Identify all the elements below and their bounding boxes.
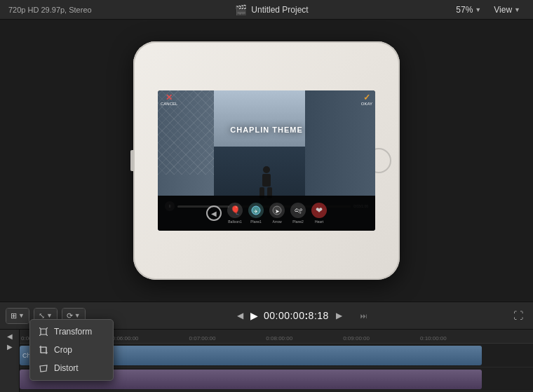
- fullscreen-button[interactable]: ⛶: [509, 307, 527, 324]
- svg-line-7: [46, 334, 48, 336]
- cancel-x-icon: ✕: [166, 93, 173, 102]
- plane1-label: Plane1: [250, 219, 262, 224]
- svg-line-5: [39, 327, 41, 329]
- figure-body: [262, 174, 271, 187]
- back-arrow-icon: ◀: [211, 210, 217, 217]
- timecode-display: 00:00:00:8:18: [264, 310, 329, 321]
- video-title: CHAPLIN THEME: [230, 126, 302, 134]
- top-bar: 720p HD 29.97p, Stereo 🎬 Untitled Projec…: [0, 0, 533, 20]
- balloon1-icon: 🎈: [227, 203, 243, 218]
- ruler-mark-2: 0:07:00:00: [189, 335, 216, 342]
- phone-side-button: [130, 150, 133, 171]
- distort-label: Distort: [54, 363, 79, 373]
- phone-screen: ✕ CANCEL ✓ OKAY CHAPLIN THEME ⏸: [158, 90, 375, 231]
- sticker-plane1[interactable]: ✈ Plane1: [248, 203, 264, 224]
- heart-label: Heart: [315, 219, 323, 224]
- resolution-label: 720p HD 29.97p, Stereo: [8, 6, 92, 14]
- cancel-label: CANCEL: [161, 102, 177, 106]
- plane2-icon: 🛩: [290, 203, 306, 218]
- view-chevron-icon: ▼: [514, 6, 520, 13]
- clip-appearance-button[interactable]: ⊞ ▼: [6, 309, 29, 323]
- okay-button[interactable]: ✓ OKAY: [361, 93, 372, 106]
- timeline-left-panel: ◀ ▶: [0, 330, 20, 392]
- nav-left-button[interactable]: ◀: [236, 309, 245, 322]
- clip-chevron-icon: ▼: [18, 312, 25, 319]
- phone-body: ✕ CANCEL ✓ OKAY CHAPLIN THEME ⏸: [133, 41, 400, 280]
- transform-dropdown-menu: Transform Crop Distort: [29, 319, 114, 381]
- svg-marker-10: [40, 365, 47, 372]
- crop-icon: [39, 345, 48, 355]
- plane2-label: Plane2: [292, 219, 304, 224]
- project-title-area: 🎬 Untitled Project: [235, 4, 308, 15]
- tl-nav-right-icon[interactable]: ▶: [7, 343, 13, 351]
- sticker-balloon1[interactable]: 🎈 Balloon1: [227, 203, 243, 224]
- view-button[interactable]: View ▼: [490, 4, 525, 16]
- distort-icon: [39, 363, 48, 373]
- sticker-row: ◀ 🎈 Balloon1 ✈ Plane1: [158, 196, 375, 231]
- transform-chevron-icon: ▼: [46, 312, 53, 319]
- figure-head: [263, 166, 270, 173]
- sticker-back-button[interactable]: ◀: [206, 205, 222, 221]
- nav-right-button[interactable]: ▶: [335, 309, 344, 322]
- transform-icon: [39, 327, 48, 337]
- ruler-mark-1: 0:06:00:00: [112, 335, 139, 342]
- zoom-chevron-icon: ▼: [475, 6, 481, 13]
- screen-content: ✕ CANCEL ✓ OKAY CHAPLIN THEME ⏸: [158, 90, 375, 231]
- transform-label: Transform: [54, 327, 92, 337]
- clip-tools-group: ⊞ ▼: [6, 308, 29, 324]
- cancel-button[interactable]: ✕ CANCEL: [161, 93, 177, 106]
- arrow-label: Arrow: [272, 219, 281, 224]
- timecode-left: 00:00:00: [264, 310, 305, 321]
- dropdown-item-distort[interactable]: Distort: [30, 359, 113, 377]
- svg-text:➤: ➤: [275, 208, 280, 215]
- tl-nav-left-icon[interactable]: ◀: [7, 332, 13, 340]
- phone-mockup: ✕ CANCEL ✓ OKAY CHAPLIN THEME ⏸: [133, 41, 400, 280]
- zoom-value: 57%: [456, 5, 473, 15]
- film-icon: 🎬: [235, 4, 247, 15]
- dropdown-item-crop[interactable]: Crop: [30, 341, 113, 359]
- svg-rect-4: [41, 329, 46, 334]
- heart-icon: ❤: [311, 203, 327, 218]
- preview-area: ✕ CANCEL ✓ OKAY CHAPLIN THEME ⏸: [0, 20, 533, 302]
- crop-label: Crop: [54, 345, 72, 355]
- ruler-mark-5: 0:10:00:00: [420, 335, 447, 342]
- skip-button[interactable]: ⏭: [360, 312, 367, 320]
- project-title: Untitled Project: [251, 5, 308, 15]
- arrow-icon: ➤: [269, 203, 285, 218]
- view-label: View: [494, 5, 512, 15]
- ruler-mark-4: 0:09:00:00: [343, 335, 370, 342]
- dropdown-item-transform[interactable]: Transform: [30, 323, 113, 341]
- clip-icon: ⊞: [11, 311, 17, 320]
- top-bar-right: 57% ▼ View ▼: [452, 4, 525, 16]
- timecode-right: 8:18: [309, 310, 329, 321]
- svg-text:✈: ✈: [254, 209, 258, 214]
- svg-rect-9: [41, 347, 46, 353]
- okay-check-icon: ✓: [363, 93, 370, 102]
- building-right: [305, 90, 375, 203]
- okay-label: OKAY: [361, 102, 372, 106]
- sticker-arrow[interactable]: ➤ Arrow: [269, 203, 285, 224]
- plane1-icon: ✈: [248, 203, 264, 218]
- svg-line-6: [46, 327, 48, 329]
- balloon1-label: Balloon1: [228, 219, 241, 224]
- sticker-plane2[interactable]: 🛩 Plane2: [290, 203, 306, 224]
- sticker-heart[interactable]: ❤ Heart: [311, 203, 327, 224]
- speed-chevron-icon: ▼: [74, 312, 81, 319]
- zoom-control[interactable]: 57% ▼: [452, 4, 485, 16]
- building-left: [158, 90, 214, 203]
- toolbar-right: ⛶: [509, 307, 527, 324]
- play-button[interactable]: ▶: [250, 310, 258, 321]
- toolbar-center: ◀ ▶ 00:00:00:8:18 ▶ ⏭: [86, 309, 509, 322]
- svg-line-8: [39, 334, 41, 336]
- ruler-mark-3: 0:08:00:00: [266, 335, 292, 342]
